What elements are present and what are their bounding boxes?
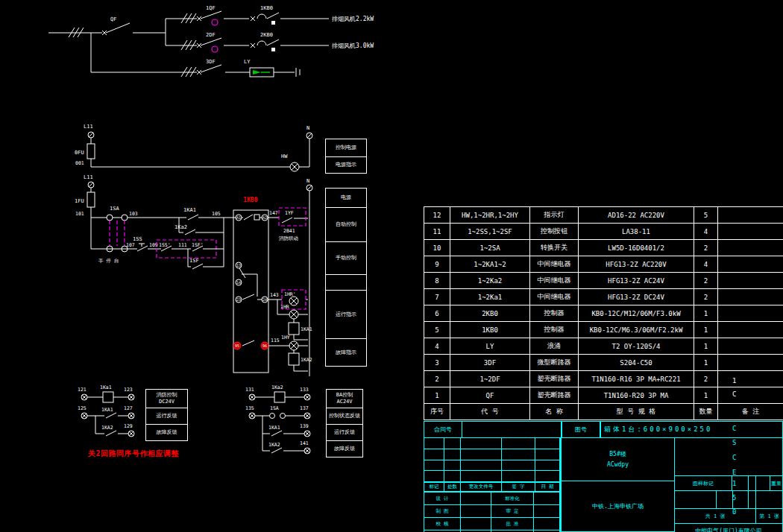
cell-index: 8	[424, 273, 450, 289]
caption-row: 电源指示	[326, 156, 366, 173]
cell-remark	[718, 224, 783, 240]
caption-row	[326, 274, 366, 290]
cell-model: HFG13-2Z AC24V	[579, 273, 694, 289]
cell-name: 浪涌	[530, 338, 579, 355]
cell-model: T1N160-R20 3P MA	[579, 387, 694, 404]
caption-row: 控制电源	[326, 139, 366, 156]
lbl-135: 135	[245, 405, 254, 411]
cell-code: HW,1~2HR,1~2HY	[450, 207, 530, 224]
caption-row: BA控制 AC24V	[327, 390, 362, 408]
lbl-14: 14	[236, 280, 241, 285]
lbl-1kb0: 1KB0	[260, 5, 273, 11]
lbl-111: 111	[178, 242, 187, 248]
mini-circuit-fire-feedback: 121 123 125 127 129 1Ka1 1KA1 1KA2	[78, 384, 134, 437]
table-row: 2 1~2DF 塑壳断路器 T1N160-R16 3P MA+RC221 2	[424, 371, 783, 387]
lbl-l11b: L11	[84, 174, 93, 180]
lbl-ly: LY	[244, 59, 251, 65]
control-circuit: L11 N L11 N 0FU 1FU 001 HW 101 1SA 103 1	[75, 124, 312, 376]
cell-qty: 1	[694, 387, 718, 404]
lbl-a1: A1	[236, 215, 241, 220]
lbl-115: 115	[271, 338, 280, 343]
coil-1ka2-fb	[274, 392, 285, 402]
cell-index: 9	[424, 256, 450, 273]
cell-code: 3DF	[450, 355, 530, 371]
lbl-2kb0: 2KB0	[260, 32, 273, 38]
cell-name: 中间继电器	[530, 289, 579, 305]
cell-code: 1~2SA	[450, 240, 530, 256]
cell-remark	[718, 338, 783, 355]
lbl-123: 123	[124, 387, 133, 393]
lbl-131: 131	[245, 387, 254, 393]
cell-name: 塑壳断路器	[530, 371, 579, 387]
cell-code: 2KB0	[450, 305, 530, 322]
cell-model: LA38-11	[579, 224, 694, 240]
clipped-char: 5	[732, 494, 736, 501]
project-cell: B5#楼 ACwdpy	[561, 437, 675, 481]
cad-canvas: QF 1QF 1KB0 排烟风机2.2kW 2DF 2KB0 排烟风机3.0kW	[0, 0, 783, 532]
cell-index: 6	[424, 305, 450, 322]
lbl-1hy: 1HY	[281, 335, 290, 341]
table-row: 6 2KB0 控制器 KB0-12C/M12/06M/F3.0kW 1	[424, 305, 783, 322]
lbl-1kb0-red: 1KB0	[243, 197, 257, 203]
cell-model: AD16-22 AC220V	[579, 207, 694, 224]
cell-index: 11	[424, 224, 450, 240]
sheet-no: 第 1 张	[755, 508, 783, 524]
lbl-1ss: 1SS	[133, 236, 142, 242]
table-row: 9 1~2KA1~2 中间继电器 HFG13-2Z AC220V 4	[424, 256, 783, 273]
cell-qty: 2	[694, 289, 718, 305]
lbl-95: 95	[235, 343, 239, 348]
cell-index: 5	[424, 322, 450, 338]
cell-index: 10	[424, 240, 450, 256]
lbl-1ka2-fb: 1KA2	[101, 425, 113, 431]
cell-remark	[718, 207, 783, 224]
contactor-mark	[271, 48, 275, 51]
cell-qty: 1	[694, 322, 718, 338]
clipped-char: E	[732, 469, 736, 476]
caption-row: 手动控制	[326, 241, 366, 274]
cell-remark	[718, 322, 783, 338]
drawing-no-label: 图号	[561, 421, 601, 438]
caption-box-ba-fb: BA控制 AC24V 控制状态反馈 运行反馈 故障反馈	[326, 389, 363, 457]
contract-value	[462, 421, 562, 438]
cell-index: 4	[424, 338, 450, 355]
lbl-125: 125	[78, 405, 87, 411]
cell-model: KB0-12C/M6.3/06M/F2.2kW	[579, 322, 694, 338]
cell-index: 1	[424, 387, 450, 404]
cell-remark	[718, 387, 783, 404]
cell-index: 7	[424, 289, 450, 305]
cell-qty: 1	[694, 355, 718, 371]
lbl-1sa: 1SA	[110, 206, 119, 212]
lbl-n2: N	[306, 178, 309, 184]
lbl-fire-linkage: 消防联动	[278, 235, 298, 241]
cell-code: 1~2DF	[450, 371, 530, 387]
cell-remark	[718, 355, 783, 371]
lbl-1ka1-ba: 1KA1	[268, 425, 280, 431]
coil-1ka1	[289, 323, 299, 335]
clipped-char: C	[732, 390, 736, 398]
table-row: 5 1KB0 控制器 KB0-12C/M6.3/06M/F2.2kW 1	[424, 322, 783, 338]
caption-row: 故障反馈	[146, 424, 187, 440]
cell-name: 控制按钮	[530, 224, 579, 240]
cell-model: S204-C50	[579, 355, 694, 371]
hdr-remark: 备 注	[718, 404, 783, 420]
cell-qty: 5	[694, 207, 718, 224]
drawing-no-value: 箱体1台:600×900×250	[600, 421, 783, 438]
table-header-row: 序号 代 号 名 称 型 号 规 格 数量 备 注	[424, 404, 783, 420]
revision-grid	[424, 437, 561, 483]
lbl-13: 13	[236, 263, 241, 267]
cell-code: 1~2KA1~2	[450, 256, 530, 273]
clipped-char: 1	[732, 480, 736, 487]
role-std: 标准化	[491, 493, 534, 505]
caption-row: 故障反馈	[327, 440, 362, 457]
lbl-147: 147	[269, 210, 278, 216]
table-row: 1 QF 塑壳断路器 T1N160-R20 3P MA 1	[424, 387, 783, 404]
hdr-index: 序号	[424, 404, 450, 420]
lbl-121: 121	[78, 387, 87, 393]
caption-row: 运行反馈	[327, 424, 362, 440]
lbl-1ka1-fb: 1KA1	[101, 407, 113, 413]
project-line2: ACwdpy	[607, 460, 629, 470]
lbl-001: 001	[75, 160, 84, 166]
cell-remark	[718, 305, 783, 322]
cell-name: 控制器	[530, 322, 579, 338]
table-row: 11 1~2SS,1~2SF 控制按钮 LA38-11 4	[424, 224, 783, 240]
